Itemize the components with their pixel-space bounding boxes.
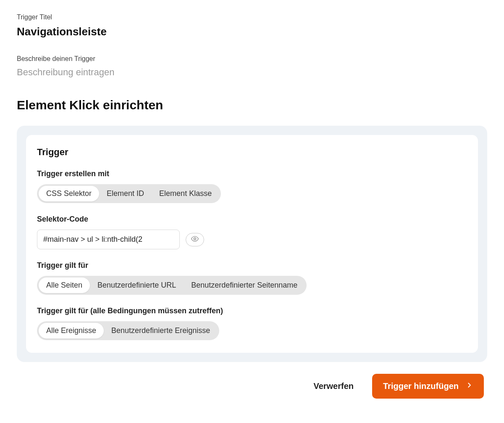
footer-actions: Verwerfen Trigger hinzufügen (17, 374, 487, 399)
segment-all-events[interactable]: Alle Ereignisse (39, 323, 104, 338)
trigger-title-value[interactable]: Navigationsleiste (17, 25, 487, 38)
card-heading: Trigger (37, 147, 467, 158)
submit-button[interactable]: Trigger hinzufügen (372, 374, 484, 399)
trigger-card: Trigger Trigger erstellen mit CSS Selekt… (17, 126, 487, 362)
segment-element-class[interactable]: Element Klasse (152, 186, 219, 201)
trigger-description-input[interactable]: Beschreibung eintragen (17, 67, 487, 78)
segment-custom-pagename[interactable]: Benutzerdefinierter Seitenname (184, 278, 305, 293)
section-heading: Element Klick einrichten (17, 98, 487, 112)
segment-element-id[interactable]: Element ID (99, 186, 152, 201)
create-with-segmented: CSS Selektor Element ID Element Klasse (37, 184, 221, 203)
applies-pages-label: Trigger gilt für (37, 261, 467, 270)
trigger-description-label: Beschreibe deinen Trigger (17, 55, 487, 63)
discard-button[interactable]: Verwerfen (313, 381, 354, 391)
selector-code-input[interactable] (37, 230, 180, 249)
trigger-title-label: Trigger Titel (17, 13, 487, 21)
chevron-right-icon (465, 381, 473, 391)
selector-code-row (37, 230, 467, 249)
eye-icon (191, 235, 199, 244)
applies-pages-segmented: Alle Seiten Benutzerdefinierte URL Benut… (37, 276, 307, 295)
segment-css-selector[interactable]: CSS Selektor (39, 186, 99, 201)
segment-custom-url[interactable]: Benutzerdefinierte URL (90, 278, 184, 293)
create-with-label: Trigger erstellen mit (37, 169, 467, 178)
segment-all-pages[interactable]: Alle Seiten (39, 278, 90, 293)
trigger-description-section: Beschreibe deinen Trigger Beschreibung e… (17, 55, 487, 78)
preview-button[interactable] (186, 233, 204, 246)
trigger-title-section: Trigger Titel Navigationsleiste (17, 13, 487, 38)
applies-events-label: Trigger gilt für (alle Bedingungen müsse… (37, 307, 467, 315)
trigger-card-inner: Trigger Trigger erstellen mit CSS Selekt… (26, 135, 478, 353)
segment-custom-events[interactable]: Benutzerdefinierte Ereignisse (104, 323, 218, 338)
svg-point-0 (194, 238, 196, 240)
applies-events-segmented: Alle Ereignisse Benutzerdefinierte Ereig… (37, 321, 219, 340)
selector-code-label: Selektor-Code (37, 215, 467, 224)
submit-button-label: Trigger hinzufügen (383, 381, 459, 391)
